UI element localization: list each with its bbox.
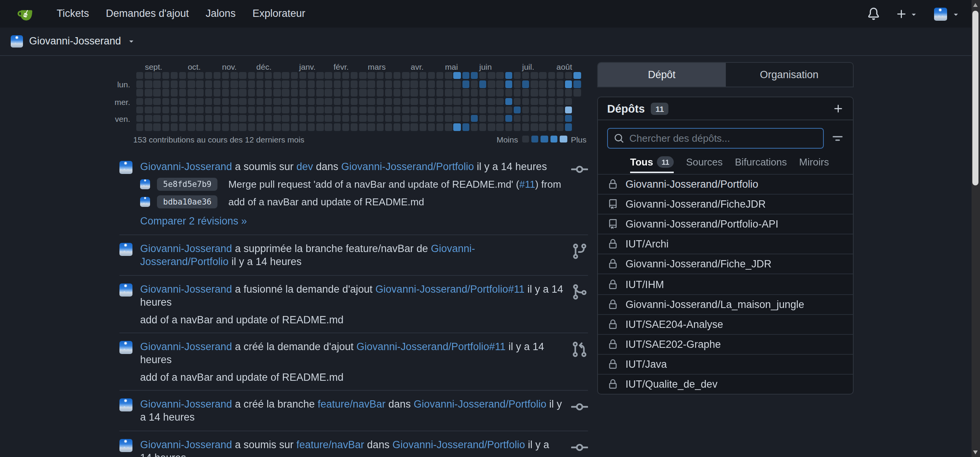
heatmap-cell xyxy=(573,89,581,97)
repo-name[interactable]: IUT/SAE204-Analyse xyxy=(626,318,723,330)
heatmap-cell xyxy=(505,72,512,79)
feed-link[interactable]: Giovanni-Josserand xyxy=(140,398,232,409)
issue-link[interactable]: #11 xyxy=(519,178,535,190)
repo-name[interactable]: Giovanni-Josserand/Portfolio xyxy=(626,179,758,190)
heatmap-cell xyxy=(248,89,255,97)
feed-link[interactable]: Giovanni-Josserand/Portfolio xyxy=(414,398,547,409)
nav-item-demandes-d-ajout[interactable]: Demandes d'ajout xyxy=(98,0,198,28)
heatmap-cell xyxy=(239,123,247,131)
heatmap-cell xyxy=(436,115,444,122)
repo-row[interactable]: IUT/Archi xyxy=(598,234,853,254)
repo-row[interactable]: Giovanni-Josserand/Portfolio-API xyxy=(598,214,853,234)
legend-square xyxy=(522,136,529,143)
heatmap-cell xyxy=(316,89,323,97)
repo-name[interactable]: IUT/SAE202-Graphe xyxy=(626,339,721,350)
repo-row[interactable]: Giovanni-Josserand/Fiche_JDR xyxy=(598,254,853,274)
scrollbar[interactable] xyxy=(971,0,980,457)
repo-row[interactable]: IUT/Java xyxy=(598,354,853,374)
commit-hash[interactable]: 5e8fd5e7b9 xyxy=(157,177,217,190)
repo-row[interactable]: Giovanni-Josserand/Portfolio xyxy=(598,174,853,194)
repo-name[interactable]: Giovanni-Josserand/FicheJDR xyxy=(626,198,766,210)
tab-organisation[interactable]: Organisation xyxy=(725,63,853,87)
context-user-switcher[interactable]: Giovanni-Josserand xyxy=(11,35,136,48)
heatmap-cell xyxy=(342,115,350,122)
repo-name[interactable]: IUT/Java xyxy=(626,359,667,370)
scrollbar-down-arrow[interactable] xyxy=(973,450,977,454)
nav-item-jalons[interactable]: Jalons xyxy=(197,0,244,28)
feed-link[interactable]: dev xyxy=(296,161,313,172)
nav-item-tickets[interactable]: Tickets xyxy=(48,0,98,28)
actor-avatar[interactable] xyxy=(119,242,132,256)
repo-name[interactable]: IUT/Qualite_de_dev xyxy=(626,378,717,390)
filter-icon[interactable] xyxy=(831,132,844,144)
bell-icon[interactable] xyxy=(867,8,880,20)
feed-link[interactable]: Giovanni-Josserand xyxy=(140,341,232,352)
repo-name[interactable]: IUT/Archi xyxy=(626,239,669,250)
repo-filter-tabs: Tous11SourcesBifurcationsMiroirs xyxy=(598,154,853,174)
heatmap-cell xyxy=(188,98,195,105)
tab-depot[interactable]: Dépôt xyxy=(598,63,725,87)
user-menu[interactable] xyxy=(934,7,960,20)
feed-link[interactable]: Giovanni-Josserand/Portfolio xyxy=(341,161,474,172)
heatmap-cell xyxy=(394,89,401,97)
repo-filter-tous[interactable]: Tous11 xyxy=(630,156,674,168)
repo-name[interactable]: Giovanni-Josserand/Portfolio-API xyxy=(626,218,778,230)
heatmap-cell xyxy=(308,72,315,79)
repo-name[interactable]: Giovanni-Josserand/Fiche_JDR xyxy=(626,259,771,270)
heatmap-cell xyxy=(385,106,392,114)
heatmap-cell xyxy=(248,80,255,88)
gitea-logo-icon[interactable] xyxy=(16,6,34,22)
actor-avatar[interactable] xyxy=(119,398,132,411)
repo-name[interactable]: Giovanni-Josserand/La_maison_jungle xyxy=(626,298,804,310)
feed-link[interactable]: Giovanni-Josserand xyxy=(140,242,232,254)
heatmap-cell xyxy=(205,115,212,122)
repo-filter-sources[interactable]: Sources xyxy=(686,156,722,168)
feed-link[interactable]: feature/navBar xyxy=(318,398,385,409)
scrollbar-up-arrow[interactable] xyxy=(973,3,977,7)
legend-scale xyxy=(522,136,567,143)
heatmap-cell xyxy=(299,80,307,88)
feed-link[interactable]: Giovanni-Josserand xyxy=(140,283,232,295)
repo-name[interactable]: IUT/IHM xyxy=(626,278,664,290)
repo-filter-miroirs[interactable]: Miroirs xyxy=(799,156,829,168)
feed-link[interactable]: feature/navBar xyxy=(296,439,364,450)
feed-link[interactable]: Giovanni-Josserand xyxy=(140,439,232,450)
repo-row[interactable]: IUT/SAE202-Graphe xyxy=(598,334,853,354)
heatmap-cell xyxy=(145,123,152,131)
feed-text: dans xyxy=(385,398,414,409)
commit-hash[interactable]: bdba10ae36 xyxy=(157,195,217,208)
repo-row[interactable]: IUT/SAE204-Analyse xyxy=(598,314,853,334)
heatmap-cell xyxy=(154,89,161,97)
feed-link[interactable]: Giovanni-Josserand/Portfolio#11 xyxy=(376,283,525,295)
actor-avatar[interactable] xyxy=(119,439,132,452)
actor-avatar[interactable] xyxy=(119,161,132,174)
repo-row[interactable]: Giovanni-Josserand/FicheJDR xyxy=(598,194,853,214)
feed-link[interactable]: Giovanni-Josserand/Portfolio xyxy=(392,439,525,450)
heatmap-cell xyxy=(325,89,332,97)
heatmap-cell xyxy=(308,123,315,131)
nav-item-explorateur[interactable]: Explorateur xyxy=(244,0,314,28)
heatmap-cell xyxy=(548,89,555,97)
repo-search-input[interactable] xyxy=(629,133,817,144)
heatmap-cell xyxy=(145,72,152,79)
heatmap-cell xyxy=(557,80,564,88)
repo-filter-bifurcations[interactable]: Bifurcations xyxy=(735,156,787,168)
heatmap-month-label: août xyxy=(557,62,572,71)
heatmap-day-label: mer. xyxy=(90,97,130,106)
compare-revisions-link[interactable]: Comparer 2 révisions » xyxy=(140,215,247,226)
feed-link[interactable]: Giovanni-Josserand xyxy=(140,161,232,172)
scrollbar-thumb[interactable] xyxy=(972,11,978,185)
actor-avatar[interactable] xyxy=(119,283,132,296)
actor-avatar[interactable] xyxy=(119,341,132,354)
heatmap-cell xyxy=(171,115,178,122)
create-new-button[interactable] xyxy=(896,8,918,20)
add-repo-button[interactable] xyxy=(833,103,844,114)
heatmap-cell xyxy=(205,106,212,114)
heatmap-cell xyxy=(488,123,495,131)
feed-entry-title: Giovanni-Josserand a fusionné la demande… xyxy=(140,282,564,308)
repo-row[interactable]: Giovanni-Josserand/La_maison_jungle xyxy=(598,294,853,314)
legend-square xyxy=(550,136,558,143)
repo-row[interactable]: IUT/Qualite_de_dev xyxy=(598,374,853,394)
repo-row[interactable]: IUT/IHM xyxy=(598,274,853,294)
feed-link[interactable]: Giovanni-Josserand/Portfolio#11 xyxy=(356,341,506,352)
